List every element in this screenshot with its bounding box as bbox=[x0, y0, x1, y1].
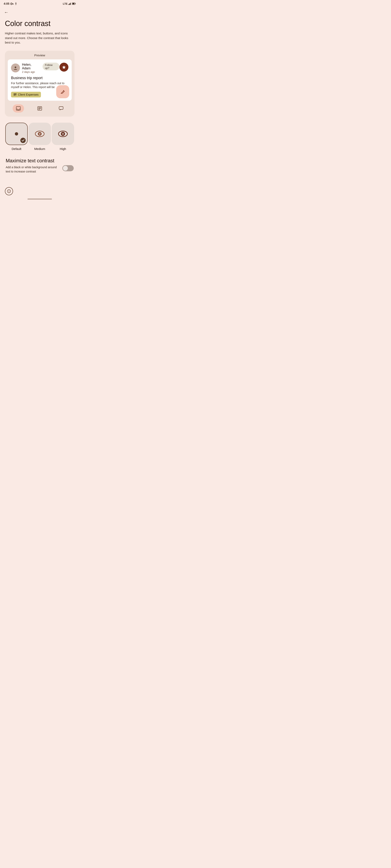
preview-nav bbox=[8, 103, 72, 114]
nav-list[interactable] bbox=[34, 104, 46, 113]
compose-fab[interactable] bbox=[56, 85, 69, 98]
medium-label: Medium bbox=[34, 147, 45, 151]
battery-icon bbox=[72, 2, 76, 5]
signal-bars-icon bbox=[68, 2, 71, 5]
page-title: Color contrast bbox=[5, 19, 75, 28]
vpn-key-icon bbox=[10, 3, 13, 5]
svg-rect-8 bbox=[71, 2, 71, 5]
status-time: 4:05 bbox=[4, 2, 9, 5]
maximize-toggle[interactable] bbox=[62, 165, 74, 171]
medium-icon-container[interactable] bbox=[29, 123, 51, 145]
lte-label: LTE bbox=[63, 2, 67, 5]
status-right: LTE bbox=[63, 2, 76, 5]
svg-rect-15 bbox=[13, 94, 17, 95]
contrast-options: Default Medium bbox=[5, 123, 75, 151]
svg-rect-11 bbox=[73, 3, 75, 4]
svg-rect-33 bbox=[9, 191, 9, 192]
svg-rect-2 bbox=[12, 3, 13, 4]
email-tag: Client Expenses bbox=[11, 92, 41, 97]
email-sender-info: Helen, Adam Follow up? 2 days ago bbox=[11, 63, 59, 73]
svg-rect-14 bbox=[13, 94, 17, 94]
nav-inbox[interactable] bbox=[12, 104, 24, 113]
contrast-option-high[interactable]: High bbox=[52, 123, 74, 151]
back-button[interactable]: ← bbox=[0, 6, 79, 17]
sender-name: Helen, Adam bbox=[22, 63, 40, 70]
svg-rect-6 bbox=[69, 3, 70, 5]
default-label: Default bbox=[11, 147, 21, 151]
email-header: Helen, Adam Follow up? 2 days ago bbox=[11, 63, 68, 73]
maximize-row: Add a black or white background around t… bbox=[6, 165, 74, 174]
sender-time: 2 days ago bbox=[22, 70, 59, 73]
default-check bbox=[20, 138, 26, 143]
medium-eye-icon bbox=[34, 130, 45, 137]
signal-icon-2 bbox=[15, 2, 17, 5]
maximize-toggle-container[interactable] bbox=[62, 165, 74, 171]
svg-rect-22 bbox=[59, 106, 63, 110]
email-subject: Business trip report bbox=[11, 76, 68, 80]
svg-rect-7 bbox=[70, 3, 71, 5]
toggle-knob bbox=[63, 166, 68, 171]
svg-point-1 bbox=[11, 3, 12, 4]
high-eye-icon bbox=[57, 130, 68, 137]
high-label: High bbox=[60, 147, 66, 151]
svg-rect-5 bbox=[68, 4, 69, 5]
back-arrow-icon: ← bbox=[4, 10, 8, 15]
maximize-section: Maximize text contrast Add a black or wh… bbox=[5, 158, 75, 174]
status-left: 4:05 bbox=[4, 2, 17, 5]
svg-rect-10 bbox=[75, 3, 76, 4]
page-description: Higher contrast makes text, buttons, and… bbox=[5, 31, 75, 45]
svg-rect-3 bbox=[13, 4, 13, 4]
svg-point-30 bbox=[62, 133, 63, 134]
svg-point-32 bbox=[9, 190, 9, 191]
gesture-bar-area bbox=[0, 184, 79, 202]
svg-point-26 bbox=[39, 133, 40, 134]
maximize-desc: Add a black or white background around t… bbox=[6, 165, 59, 174]
avatar bbox=[11, 63, 20, 72]
star-button[interactable] bbox=[59, 63, 68, 72]
preview-label: Preview bbox=[8, 54, 72, 57]
preview-container: Preview Helen, Adam Follow up? bbox=[5, 51, 75, 117]
default-dot bbox=[15, 132, 18, 135]
high-icon-container[interactable] bbox=[52, 123, 74, 145]
svg-point-12 bbox=[15, 66, 16, 68]
sender-details: Helen, Adam Follow up? 2 days ago bbox=[22, 63, 59, 73]
maximize-title: Maximize text contrast bbox=[6, 158, 74, 163]
contrast-option-medium[interactable]: Medium bbox=[29, 123, 51, 151]
follow-tag: Follow up? bbox=[43, 63, 59, 70]
gesture-bar bbox=[27, 198, 52, 199]
page-content: Color contrast Higher contrast makes tex… bbox=[0, 17, 79, 184]
contrast-option-default[interactable]: Default bbox=[5, 123, 28, 151]
email-tag-label: Client Expenses bbox=[18, 93, 38, 96]
preview-card: Helen, Adam Follow up? 2 days ago Busine… bbox=[8, 59, 72, 101]
svg-rect-16 bbox=[13, 95, 16, 95]
svg-rect-4 bbox=[12, 4, 13, 4]
default-icon-container[interactable] bbox=[5, 123, 28, 145]
status-bar: 4:05 LTE bbox=[0, 0, 79, 6]
info-icon[interactable] bbox=[5, 187, 13, 195]
nav-chat[interactable] bbox=[55, 104, 67, 113]
